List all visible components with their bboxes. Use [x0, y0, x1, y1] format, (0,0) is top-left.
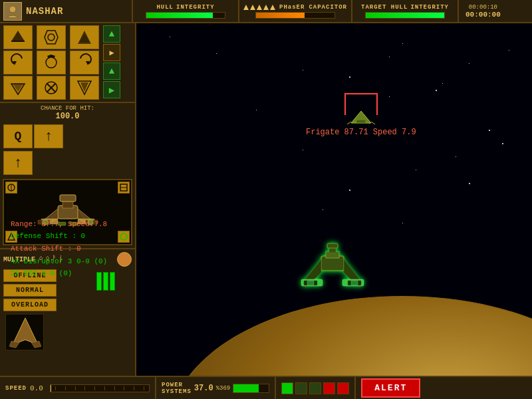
top-bar: NASHAR HULL INTEGRITY PHasER CAPACITOR	[0, 0, 532, 23]
speed-value: 0.0	[30, 384, 47, 392]
phaser-indicators	[243, 5, 275, 10]
star	[389, 57, 390, 57]
alert-button[interactable]: ALERT	[361, 378, 420, 398]
phaser-capacitor-section: PHasER CAPACITOR	[239, 0, 352, 22]
hull-integrity-label2: INTEGRITY	[176, 4, 215, 11]
ctrl-btn-cancel[interactable]	[37, 76, 66, 100]
phaser-label1: PHasER	[279, 4, 305, 11]
enemy-ship-svg	[344, 110, 378, 126]
normal-btn[interactable]: NORMAL	[3, 284, 57, 297]
star	[502, 143, 503, 144]
ctrl-btn-up-right[interactable]	[70, 25, 99, 49]
corner-icon-tr	[118, 182, 130, 194]
stat-attack: Attack Shift : 0	[11, 243, 107, 255]
target-hull-label2: INTEGRITY	[410, 4, 449, 11]
status-light-1	[281, 382, 293, 394]
target-ship[interactable]: Frigate 87.71 Speed 7.9	[306, 93, 416, 137]
ctrl-btn-down-left[interactable]	[3, 76, 33, 100]
hull-integrity-section: HULL INTEGRITY	[133, 0, 239, 22]
combat-stats: Range: 87.7, Speed:7.8 Defense Shift : 0…	[7, 215, 111, 283]
hull-integrity-label1: HULL	[156, 4, 174, 11]
target-hull-label1: TARGET HULL	[361, 4, 408, 11]
power-label1: POWER	[162, 382, 192, 388]
timer-section: 00:00:10 00:00:00	[459, 0, 507, 22]
star	[469, 63, 469, 64]
stat-weapon2: 2X ESG 0-0 (0)	[11, 267, 107, 280]
chance-area: CHANCE FOR HIT: 100.0	[0, 103, 135, 123]
svg-marker-15	[80, 82, 88, 92]
power-fill	[233, 384, 259, 392]
star	[509, 50, 509, 51]
phaser-fill	[256, 13, 305, 18]
overload-btn[interactable]: OVERLOAD	[3, 299, 57, 311]
power-section: POWER SYSTEMS 37.0 %369	[156, 377, 276, 399]
star	[469, 183, 470, 184]
target-label: Frigate 87.71 Speed 7.9	[306, 128, 416, 137]
svg-rect-55	[351, 281, 358, 285]
status-light-4	[323, 382, 335, 394]
q-row: Q ↑	[0, 123, 135, 150]
svg-rect-53	[307, 281, 314, 285]
up-btn[interactable]: ↑	[34, 124, 63, 148]
control-grid-area: ▲ ▶ ▲ ▶	[0, 23, 135, 103]
status-light-3	[309, 382, 321, 394]
svg-point-3	[48, 34, 55, 41]
status-lights	[276, 377, 356, 399]
target-bracket	[344, 93, 378, 110]
target-hull-bar	[365, 12, 445, 19]
ctrl-btn-down-right[interactable]	[70, 76, 99, 100]
main-area: ▲ ▶ ▲ ▶ CHANCE FOR HIT: 100.0 Q	[0, 23, 532, 376]
power-label2: SYSTEMS	[162, 388, 192, 395]
svg-point-21	[120, 233, 127, 240]
star	[303, 150, 303, 150]
star	[402, 223, 403, 223]
svg-marker-39	[31, 341, 41, 348]
hull-integrity-bar	[146, 12, 225, 19]
right-icon-2: ▶	[103, 44, 120, 61]
stat-weapon1: 4X Disruptor 3 0-0 (0)	[11, 255, 107, 268]
avatar	[3, 2, 22, 21]
target-hull-fill	[366, 13, 444, 18]
svg-rect-32	[60, 195, 76, 201]
star	[436, 90, 437, 91]
ctrl-btn-rot-left[interactable]	[3, 51, 33, 74]
star	[402, 43, 403, 44]
ctrl-btn-rot-right[interactable]	[70, 51, 99, 74]
chance-label: CHANCE FOR HIT:	[41, 105, 94, 112]
speed-slider[interactable]	[50, 384, 150, 392]
planet-arc	[170, 296, 532, 376]
power-value: 37.0	[194, 384, 213, 393]
right-icon-4: ▶	[103, 81, 120, 98]
corner-icon-tl	[5, 182, 17, 194]
svg-point-7	[46, 57, 57, 68]
svg-rect-51	[327, 243, 338, 248]
stat-defense: Defense Shift : 0	[11, 230, 107, 243]
phaser-bar	[255, 12, 335, 19]
game-view: Frigate 87.71 Speed 7.9	[136, 23, 532, 376]
ctrl-btn-target[interactable]	[37, 51, 66, 74]
star	[349, 190, 350, 191]
power-bar	[233, 384, 269, 393]
star	[216, 53, 217, 54]
control-buttons	[3, 25, 102, 100]
single-up-btn[interactable]: ↑	[3, 151, 33, 175]
status-light-5	[337, 382, 349, 394]
fire-indicator	[117, 252, 132, 267]
single-arrow-row: ↑	[0, 150, 135, 176]
svg-marker-38	[9, 341, 19, 348]
player-name: NASHAR	[26, 6, 63, 17]
ctrl-btn-cross[interactable]	[37, 25, 66, 49]
q-btn[interactable]: Q	[3, 124, 33, 148]
star	[349, 76, 350, 78]
timer-label: 00:00:10	[469, 4, 497, 11]
star	[456, 156, 456, 157]
svg-marker-5	[79, 33, 90, 43]
left-panel: ▲ ▶ ▲ ▶ CHANCE FOR HIT: 100.0 Q	[0, 23, 136, 376]
bottom-bar: SPEED 0.0 POWER SYSTEMS 37.0 %3	[0, 376, 532, 399]
star	[323, 209, 323, 210]
ctrl-btn-up-left[interactable]	[3, 25, 33, 49]
svg-point-0	[9, 6, 16, 13]
target-hull-section: TARGET HULL INTEGRITY	[352, 0, 459, 22]
right-icon-3: ▲	[103, 63, 120, 80]
timer-value: 00:00:00	[466, 11, 501, 19]
